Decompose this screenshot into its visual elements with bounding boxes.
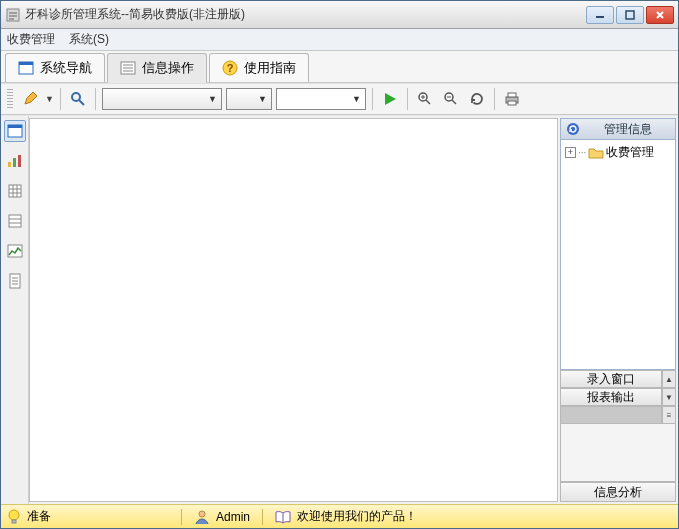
separator <box>407 88 408 110</box>
menu-item-fees[interactable]: 收费管理 <box>7 31 55 48</box>
combo-2[interactable]: ▼ <box>226 88 272 110</box>
left-toolbar <box>1 116 29 504</box>
status-welcome: 欢迎使用我们的产品！ <box>275 508 417 525</box>
content-pane <box>29 118 558 502</box>
right-panel-title: 管理信息 <box>585 121 671 138</box>
status-divider <box>262 509 263 525</box>
svg-point-42 <box>9 510 19 520</box>
status-ready: 准备 <box>7 508 51 525</box>
line-chart-button[interactable] <box>4 240 26 262</box>
tab-scroll: ▼ <box>662 388 676 406</box>
scroll-up-button[interactable]: ▲ <box>663 371 675 387</box>
tab-info-analysis[interactable]: 信息分析 <box>560 482 676 502</box>
right-panel-header: 管理信息 <box>560 118 676 140</box>
separator <box>95 88 96 110</box>
svg-rect-25 <box>8 162 11 167</box>
status-bar: 准备 Admin 欢迎使用我们的产品！ <box>1 504 678 528</box>
tab-empty[interactable] <box>560 406 662 424</box>
status-user: Admin <box>194 509 250 525</box>
zoom-in-button[interactable] <box>414 88 436 110</box>
svg-text:?: ? <box>227 62 234 74</box>
grid-button[interactable] <box>4 180 26 202</box>
dots-icon: ··· <box>578 147 586 158</box>
window-buttons <box>586 6 674 24</box>
tab-label: 录入窗口 <box>587 371 635 388</box>
app-window: 牙科诊所管理系统--简易收费版(非注册版) 收费管理 系统(S) 系统导航 信息… <box>0 0 679 529</box>
window-title: 牙科诊所管理系统--简易收费版(非注册版) <box>25 6 586 23</box>
status-ready-label: 准备 <box>27 508 51 525</box>
scroll-grip[interactable]: ≡ <box>663 407 675 423</box>
table-button[interactable] <box>4 210 26 232</box>
status-welcome-label: 欢迎使用我们的产品！ <box>297 508 417 525</box>
svg-rect-24 <box>8 125 22 128</box>
menu-item-system[interactable]: 系统(S) <box>69 31 109 48</box>
tab-label: 信息操作 <box>142 59 194 77</box>
chart-bars-button[interactable] <box>4 150 26 172</box>
help-icon: ? <box>222 60 238 76</box>
document-button[interactable] <box>4 270 26 292</box>
status-user-label: Admin <box>216 510 250 524</box>
toolbar: ▼ ▼ ▼ ▼ <box>1 83 678 115</box>
tree-view: + ··· 收费管理 <box>560 140 676 370</box>
combo-1[interactable]: ▼ <box>102 88 222 110</box>
svg-rect-4 <box>19 62 33 65</box>
svg-point-41 <box>567 123 579 135</box>
search-button[interactable] <box>67 88 89 110</box>
chevron-down-icon: ▼ <box>352 94 361 104</box>
refresh-icon[interactable] <box>565 121 581 137</box>
tab-label: 使用指南 <box>244 59 296 77</box>
edit-button[interactable] <box>19 88 41 110</box>
svg-rect-43 <box>12 520 16 523</box>
svg-rect-21 <box>508 93 516 97</box>
svg-rect-33 <box>9 215 21 227</box>
book-icon <box>275 510 291 524</box>
tab-entry-window[interactable]: 录入窗口 <box>560 370 662 388</box>
tree-expand-icon[interactable]: + <box>565 147 576 158</box>
refresh-button[interactable] <box>466 88 488 110</box>
svg-rect-28 <box>9 185 21 197</box>
tab-scroll: ≡ <box>662 406 676 424</box>
svg-rect-36 <box>8 245 22 257</box>
scroll-down-button[interactable]: ▼ <box>663 389 675 405</box>
combo-3[interactable]: ▼ <box>276 88 366 110</box>
status-divider <box>181 509 182 525</box>
svg-rect-2 <box>626 11 634 19</box>
tab-info-ops[interactable]: 信息操作 <box>107 53 207 83</box>
svg-line-14 <box>426 100 430 104</box>
print-button[interactable] <box>501 88 523 110</box>
minimize-button[interactable] <box>586 6 614 24</box>
chevron-down-icon: ▼ <box>208 94 217 104</box>
right-panel-body <box>560 424 676 482</box>
view-window-button[interactable] <box>4 120 26 142</box>
run-button[interactable] <box>379 88 401 110</box>
zoom-out-button[interactable] <box>440 88 462 110</box>
right-panel-tabs: 录入窗口 ▲ 报表输出 ▼ ≡ <box>560 370 676 424</box>
svg-rect-26 <box>13 158 16 167</box>
separator <box>494 88 495 110</box>
app-icon <box>5 7 21 23</box>
list-icon <box>120 60 136 76</box>
tab-guide[interactable]: ? 使用指南 <box>209 53 309 82</box>
close-button[interactable] <box>646 6 674 24</box>
toolbar-grip[interactable] <box>7 89 13 109</box>
svg-point-44 <box>199 511 205 517</box>
title-bar: 牙科诊所管理系统--简易收费版(非注册版) <box>1 1 678 29</box>
separator <box>372 88 373 110</box>
folder-icon <box>588 147 604 159</box>
user-icon <box>194 509 210 525</box>
maximize-button[interactable] <box>616 6 644 24</box>
tab-label: 报表输出 <box>587 389 635 406</box>
svg-line-12 <box>79 100 84 105</box>
svg-point-11 <box>72 93 80 101</box>
dropdown-arrow-icon[interactable]: ▼ <box>45 94 54 104</box>
tree-item-fees[interactable]: + ··· 收费管理 <box>565 144 671 161</box>
tab-bar: 系统导航 信息操作 ? 使用指南 <box>1 51 678 83</box>
svg-rect-27 <box>18 155 21 167</box>
tab-system-nav[interactable]: 系统导航 <box>5 53 105 82</box>
svg-line-18 <box>452 100 456 104</box>
window-icon <box>18 60 34 76</box>
tab-report-output[interactable]: 报表输出 <box>560 388 662 406</box>
main-area: 管理信息 + ··· 收费管理 录入窗口 ▲ <box>1 115 678 504</box>
tab-label: 信息分析 <box>594 484 642 501</box>
tree-item-label: 收费管理 <box>606 144 654 161</box>
